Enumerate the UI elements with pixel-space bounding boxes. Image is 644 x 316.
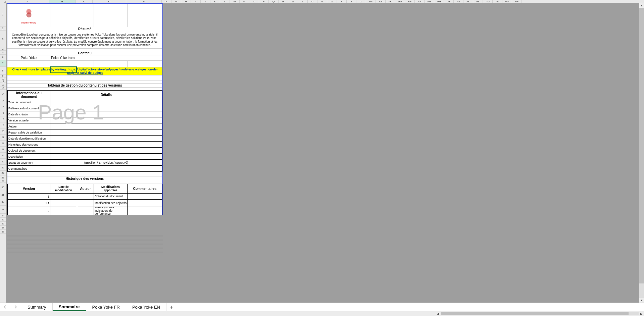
hist-date[interactable] — [50, 207, 77, 215]
hist-version[interactable]: 1.1 — [7, 200, 50, 207]
sheet-tab-summary[interactable]: Summary — [21, 303, 53, 311]
col-header-C[interactable]: C — [76, 0, 93, 3]
row-header-38[interactable]: 38 — [0, 230, 6, 234]
col-header-AH[interactable]: AH — [434, 0, 444, 3]
hist-version[interactable]: 2 — [7, 207, 50, 215]
row-header-1[interactable]: 1 — [0, 3, 6, 27]
row-header-30[interactable]: 30 — [0, 183, 6, 192]
row-header-24[interactable]: 24 — [0, 153, 6, 159]
row-header-10[interactable]: 10 — [0, 77, 6, 80]
cell[interactable] — [128, 61, 162, 67]
row-header-21[interactable]: 21 — [0, 135, 6, 141]
empty-rows[interactable] — [7, 232, 163, 252]
sheet-tab-poka-yoke-en[interactable]: Poka Yoke EN — [126, 303, 166, 311]
table-mgmt-title[interactable]: Tableau de gestion du contenu et des ver… — [7, 84, 162, 87]
row-header-6[interactable]: 6 — [0, 55, 6, 60]
resume-title[interactable]: Résumé — [7, 27, 162, 31]
doc-info-value[interactable] — [50, 154, 162, 159]
doc-info-value[interactable] — [50, 111, 162, 117]
hist-hdr-1[interactable]: Date de modification — [50, 184, 77, 193]
col-header-AA[interactable]: AA — [366, 0, 376, 3]
row-header-3[interactable]: 3 — [0, 31, 6, 48]
col-header-AF[interactable]: AF — [415, 0, 425, 3]
col-header-D[interactable]: D — [93, 0, 126, 3]
cell[interactable] — [7, 78, 162, 81]
hist-mods[interactable]: Création du document — [94, 194, 128, 199]
doc-info-label[interactable]: Responsable de validation — [7, 129, 50, 135]
col-header-AO[interactable]: AO — [502, 0, 512, 3]
doc-info-label[interactable]: Référence du document — [7, 105, 50, 111]
doc-info-value[interactable] — [50, 136, 162, 141]
col-header-F[interactable]: F — [162, 0, 171, 3]
hist-author[interactable] — [77, 207, 94, 215]
col-header-AE[interactable]: AE — [405, 0, 415, 3]
hist-date[interactable] — [50, 200, 77, 207]
col-header-Z[interactable]: Z — [356, 0, 366, 3]
col-header-K[interactable]: K — [210, 0, 220, 3]
cell[interactable] — [7, 81, 162, 83]
cell-B7-selected[interactable] — [50, 61, 77, 67]
sheet-tab-poka-yoke-fr[interactable]: Poka Yoke FR — [86, 303, 126, 311]
row-header-9[interactable]: 9 — [0, 75, 6, 77]
col-header-Y[interactable]: Y — [347, 0, 356, 3]
doc-info-label[interactable]: Version actuelle — [7, 117, 50, 123]
col-header-E[interactable]: E — [126, 0, 162, 3]
resume-body[interactable]: Ce modèle Excel est conçu pour la mise e… — [7, 31, 162, 48]
row-header-5[interactable]: 5 — [0, 51, 6, 55]
col-header-W[interactable]: W — [327, 0, 337, 3]
row-header-13[interactable]: 13 — [0, 87, 6, 90]
col-header-H[interactable]: H — [181, 0, 191, 3]
cell[interactable] — [7, 61, 50, 67]
row-header-14[interactable]: 14 — [0, 90, 6, 98]
row-header-17[interactable]: 17 — [0, 110, 6, 116]
doc-info-value[interactable] — [50, 148, 162, 153]
cell[interactable] — [7, 172, 162, 176]
doc-info-value[interactable] — [50, 142, 162, 147]
cell[interactable] — [7, 49, 162, 51]
promo-link[interactable]: Check out more templates by visiting: ht… — [7, 67, 162, 75]
doc-info-label[interactable]: Historique des versions — [7, 142, 50, 147]
doc-info-label[interactable]: Commentaires — [7, 166, 50, 171]
hist-comments[interactable] — [128, 200, 162, 207]
doc-info-label[interactable]: Auteur — [7, 123, 50, 129]
v-scroll-thumb[interactable] — [639, 8, 644, 283]
add-sheet-button[interactable]: + — [166, 303, 177, 311]
doc-info-value[interactable]: (Brouillon / En révision / Approuvé) — [50, 160, 162, 165]
doc-info-label[interactable]: Statut du document — [7, 160, 50, 165]
hist-version[interactable]: 1 — [7, 194, 50, 199]
col-header-S[interactable]: S — [288, 0, 298, 3]
grid-area[interactable]: Digital Factory Résumé Ce modèle Excel e… — [6, 3, 644, 303]
tab-nav-prev-icon[interactable] — [3, 305, 7, 309]
hist-hdr-0[interactable]: Version — [7, 184, 50, 193]
doc-info-label[interactable]: Date de dernière modification — [7, 136, 50, 141]
hist-hdr-2[interactable]: Auteur — [77, 184, 94, 193]
row-header-37[interactable]: 37 — [0, 226, 6, 230]
row-header-18[interactable]: 18 — [0, 116, 6, 122]
contenu-title[interactable]: Contenu — [7, 51, 162, 55]
tab-nav-next-icon[interactable] — [14, 305, 18, 309]
h-scroll-thumb[interactable] — [441, 312, 629, 315]
col-header-O[interactable]: O — [249, 0, 259, 3]
hist-mods[interactable]: Mise à jour des indicateurs de performan… — [94, 207, 128, 215]
scroll-up-icon[interactable]: ▲ — [639, 3, 644, 8]
row-header-34[interactable]: 34 — [0, 214, 6, 218]
col-header-R[interactable]: R — [279, 0, 288, 3]
row-header-22[interactable]: 22 — [0, 141, 6, 147]
col-header-AM[interactable]: AM — [483, 0, 493, 3]
scroll-right-icon[interactable]: ▶ — [639, 312, 644, 316]
hist-author[interactable] — [77, 200, 94, 207]
hist-comments[interactable] — [128, 194, 162, 199]
col-header-G[interactable]: G — [171, 0, 181, 3]
row-header-23[interactable]: 23 — [0, 147, 6, 153]
cell[interactable] — [128, 4, 162, 27]
col-header-T[interactable]: T — [298, 0, 308, 3]
col-header-U[interactable]: U — [308, 0, 317, 3]
hist-hdr-4[interactable]: Commentaires — [128, 184, 162, 193]
col-header-M[interactable]: M — [230, 0, 240, 3]
col-header-I[interactable]: I — [191, 0, 201, 3]
select-all-corner[interactable] — [0, 0, 6, 3]
row-header-15[interactable]: 15 — [0, 98, 6, 104]
sheet-tab-sommaire[interactable]: Sommaire — [53, 303, 86, 311]
cell[interactable] — [7, 88, 162, 90]
hist-author[interactable] — [77, 194, 94, 199]
